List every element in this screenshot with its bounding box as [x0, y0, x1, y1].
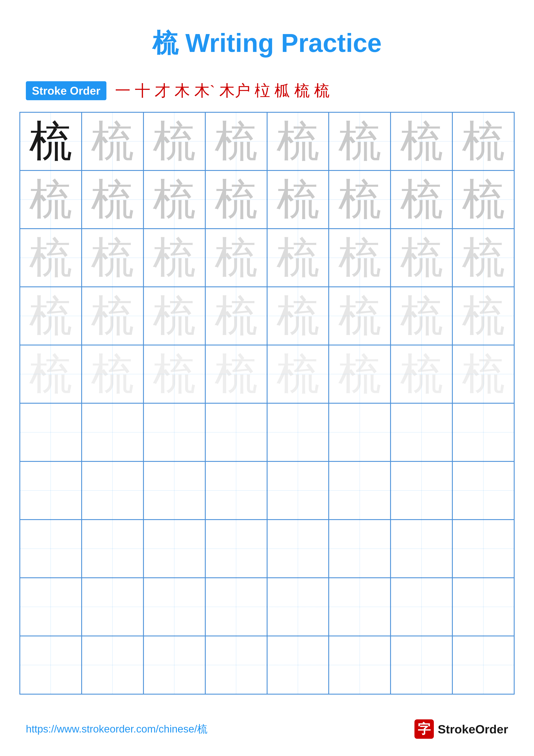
practice-char: 梳	[400, 294, 443, 338]
grid-cell[interactable]: 梳	[391, 171, 452, 229]
grid-cell[interactable]: 梳	[391, 287, 452, 345]
grid-cell[interactable]	[82, 578, 143, 636]
practice-char: 梳	[338, 120, 381, 163]
grid-cell[interactable]	[391, 461, 452, 520]
grid-cell[interactable]: 梳	[452, 287, 514, 345]
stroke-6: 木户	[219, 80, 250, 101]
practice-char: 梳	[276, 120, 319, 163]
grid-row-3: 梳 梳 梳 梳 梳 梳 梳 梳	[20, 229, 514, 287]
practice-char: 梳	[462, 120, 505, 163]
practice-char: 梳	[400, 178, 443, 221]
grid-cell[interactable]: 梳	[82, 345, 143, 403]
grid-cell[interactable]	[267, 403, 329, 461]
practice-char: 梳	[338, 294, 381, 338]
grid-cell[interactable]: 梳	[20, 287, 82, 345]
grid-cell[interactable]	[267, 636, 329, 694]
grid-cell[interactable]	[452, 578, 514, 636]
grid-cell[interactable]: 梳	[267, 229, 329, 287]
grid-cell[interactable]: 梳	[329, 171, 391, 229]
practice-char: 梳	[29, 294, 72, 338]
practice-char: 梳	[215, 120, 258, 163]
grid-cell[interactable]	[205, 403, 267, 461]
grid-cell[interactable]: 梳	[82, 171, 143, 229]
grid-cell[interactable]: 梳	[205, 345, 267, 403]
grid-cell[interactable]	[452, 403, 514, 461]
grid-cell[interactable]: 梳	[205, 287, 267, 345]
practice-char: 梳	[400, 353, 443, 396]
grid-cell[interactable]: 梳	[143, 287, 205, 345]
grid-cell[interactable]	[452, 636, 514, 694]
practice-char: 梳	[29, 178, 72, 221]
grid-cell[interactable]	[391, 403, 452, 461]
grid-cell[interactable]	[205, 578, 267, 636]
grid-cell[interactable]	[205, 520, 267, 578]
grid-cell[interactable]: 梳	[452, 112, 514, 171]
grid-cell[interactable]	[82, 636, 143, 694]
grid-cell[interactable]	[143, 520, 205, 578]
practice-char: 梳	[91, 236, 134, 279]
grid-cell[interactable]	[205, 461, 267, 520]
grid-cell[interactable]	[82, 461, 143, 520]
grid-cell[interactable]	[267, 520, 329, 578]
grid-cell[interactable]: 梳	[143, 171, 205, 229]
grid-cell[interactable]: 梳	[82, 287, 143, 345]
grid-cell[interactable]	[267, 578, 329, 636]
grid-cell[interactable]: 梳	[20, 229, 82, 287]
grid-cell[interactable]	[20, 578, 82, 636]
grid-cell[interactable]	[20, 520, 82, 578]
grid-cell[interactable]: 梳	[452, 229, 514, 287]
grid-cell[interactable]: 梳	[267, 287, 329, 345]
grid-cell[interactable]: 梳	[329, 229, 391, 287]
grid-cell[interactable]: 梳	[267, 171, 329, 229]
grid-cell[interactable]	[329, 520, 391, 578]
practice-grid: 梳 梳 梳 梳 梳 梳 梳 梳	[19, 112, 515, 694]
grid-cell[interactable]	[143, 403, 205, 461]
grid-cell[interactable]: 梳	[267, 112, 329, 171]
grid-cell[interactable]: 梳	[391, 345, 452, 403]
grid-cell[interactable]	[329, 636, 391, 694]
practice-char: 梳	[400, 120, 443, 163]
grid-cell[interactable]: 梳	[452, 345, 514, 403]
grid-cell[interactable]: 梳	[82, 229, 143, 287]
practice-char: 梳	[91, 178, 134, 221]
grid-cell[interactable]: 梳	[267, 345, 329, 403]
grid-cell[interactable]	[267, 461, 329, 520]
grid-cell[interactable]: 梳	[391, 112, 452, 171]
grid-cell[interactable]: 梳	[391, 229, 452, 287]
grid-cell[interactable]: 梳	[205, 229, 267, 287]
practice-char: 梳	[276, 178, 319, 221]
grid-cell[interactable]	[329, 461, 391, 520]
grid-cell[interactable]: 梳	[20, 345, 82, 403]
grid-cell[interactable]	[391, 636, 452, 694]
grid-cell[interactable]	[143, 636, 205, 694]
practice-grid-container: 梳 梳 梳 梳 梳 梳 梳 梳	[0, 112, 534, 694]
grid-cell[interactable]	[205, 636, 267, 694]
grid-cell[interactable]: 梳	[143, 112, 205, 171]
grid-cell[interactable]: 梳	[329, 112, 391, 171]
grid-cell[interactable]	[329, 403, 391, 461]
grid-cell[interactable]	[143, 578, 205, 636]
grid-cell[interactable]: 梳	[205, 171, 267, 229]
grid-cell[interactable]: 梳	[143, 345, 205, 403]
practice-char: 梳	[215, 294, 258, 338]
grid-cell[interactable]: 梳	[329, 287, 391, 345]
grid-cell[interactable]	[20, 636, 82, 694]
grid-cell[interactable]: 梳	[20, 171, 82, 229]
grid-cell[interactable]	[143, 461, 205, 520]
grid-cell[interactable]	[82, 520, 143, 578]
grid-cell[interactable]	[391, 520, 452, 578]
grid-cell[interactable]: 梳	[82, 112, 143, 171]
grid-cell[interactable]	[20, 403, 82, 461]
grid-cell[interactable]	[452, 461, 514, 520]
grid-cell[interactable]	[452, 520, 514, 578]
grid-cell[interactable]	[82, 403, 143, 461]
grid-cell[interactable]: 梳	[452, 171, 514, 229]
grid-cell[interactable]	[20, 461, 82, 520]
grid-cell[interactable]	[329, 578, 391, 636]
footer-url[interactable]: https://www.strokeorder.com/chinese/梳	[26, 722, 207, 736]
grid-cell[interactable]	[391, 578, 452, 636]
grid-cell[interactable]: 梳	[329, 345, 391, 403]
grid-cell[interactable]: 梳	[143, 229, 205, 287]
grid-cell[interactable]: 梳	[205, 112, 267, 171]
grid-cell[interactable]: 梳	[20, 112, 82, 171]
